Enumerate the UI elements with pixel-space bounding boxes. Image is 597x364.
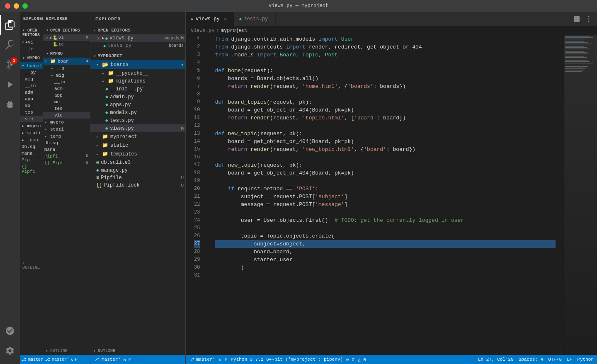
code-editor[interactable]: 12345 678910 1112131415 1617181920 21222…	[186, 35, 597, 355]
more-actions-button[interactable]	[584, 14, 594, 24]
close-icon-2[interactable]: ✕	[46, 35, 49, 40]
close-icon-views-3[interactable]: ✕	[97, 36, 100, 41]
pull-2[interactable]: P	[75, 357, 78, 362]
ln-col-item[interactable]: Ln 27, Col 29	[478, 357, 514, 362]
tree-db-1[interactable]: db.sq	[20, 143, 43, 150]
outline-section-3[interactable]: ▸ OUTLINE	[90, 347, 185, 355]
language-item[interactable]: Python	[577, 357, 594, 362]
pull-3[interactable]: P	[129, 357, 131, 362]
open-editors-header-2[interactable]: ▾ OPEN EDITORS	[43, 26, 90, 34]
eol-item[interactable]: LF	[567, 357, 572, 362]
tree-static-1[interactable]: ▸ stati	[20, 129, 43, 136]
tree-migrations-1[interactable]: mig	[20, 76, 43, 83]
tree-pipfile-lock-2[interactable]: {} Pipfi U	[43, 160, 90, 166]
branch-name-1[interactable]: master*	[28, 357, 43, 362]
git-branch-item[interactable]: ⎇ master*	[189, 357, 215, 362]
open-editor-item-tests-2[interactable]: 🐍 te	[43, 41, 90, 48]
tree-boards-2[interactable]: ▾ 📁 boar ●	[43, 58, 90, 65]
close-icon-1[interactable]: ✕	[22, 40, 24, 45]
tree-views-3[interactable]: ◆ views.py M	[90, 124, 185, 132]
tree-myproject-dir-2[interactable]: ▸mypro	[43, 119, 90, 126]
tree-init-2[interactable]: __in	[43, 79, 90, 85]
tree-migrations-2[interactable]: ▸ mig	[43, 72, 90, 79]
tab-views-py[interactable]: ◆ views.py ✕	[186, 12, 234, 26]
open-editor-tests-1[interactable]: te	[20, 46, 43, 52]
activity-settings[interactable]	[0, 341, 20, 361]
tree-pycache-3[interactable]: ▸ 📁 __pycache__	[90, 69, 185, 77]
pull-item[interactable]: P	[225, 357, 228, 362]
tree-migrations-3[interactable]: ▸ 📁 migrations	[90, 77, 185, 85]
tree-pycache-2[interactable]: ▸ __p	[43, 65, 90, 72]
open-editors-header-1[interactable]: ▾ OPEN EDITORS	[20, 26, 43, 39]
myproject-header-1[interactable]: ▾ MYPRO	[20, 54, 43, 62]
activity-run[interactable]	[0, 75, 20, 95]
tree-tests-3[interactable]: ◆ tests.py	[90, 116, 185, 124]
tree-manage-2[interactable]: mana	[43, 146, 90, 153]
tree-tests-2[interactable]: tes	[43, 105, 90, 112]
outline-2[interactable]: ▸ OUTLINE	[43, 347, 90, 355]
tree-views-2[interactable]: vie	[43, 112, 90, 119]
code-content[interactable]: from django.contrib.auth.models import U…	[206, 35, 564, 355]
open-editor-item-views-2[interactable]: ✕ ● 🐍 vi M	[43, 34, 90, 41]
tree-apps-2[interactable]: app	[43, 92, 90, 99]
tree-pipfile-1[interactable]: Pipfi	[20, 157, 43, 163]
tree-templates-1[interactable]: ▸ temp	[20, 136, 43, 143]
tree-init-3[interactable]: ◆ __init__.py	[90, 85, 185, 93]
tree-static-2[interactable]: ▸stati	[43, 126, 90, 133]
encoding-item[interactable]: UTF-8	[548, 357, 562, 362]
open-editor-views-1[interactable]: ✕ ● vi	[20, 39, 43, 46]
tree-init-1[interactable]: __in	[20, 83, 43, 89]
tab-views-close[interactable]: ✕	[222, 16, 229, 22]
activity-remote[interactable]	[0, 321, 20, 341]
tree-templates-2[interactable]: ▸temp	[43, 133, 90, 140]
activity-explorer[interactable]	[0, 15, 20, 35]
tree-static-3[interactable]: ▸ 📁 static	[90, 141, 185, 150]
warnings-item[interactable]: △ 0	[358, 357, 366, 362]
tree-db-2[interactable]: db.sq	[43, 140, 90, 146]
tree-tests-1[interactable]: tes	[20, 109, 43, 116]
sync-item[interactable]: ↻	[218, 357, 221, 362]
tree-boards-3[interactable]: ▾ 📂 boards ●	[90, 60, 185, 69]
tree-myproject-dir-1[interactable]: ▸ mypro	[20, 122, 43, 129]
sync-2[interactable]: ↻	[71, 357, 73, 362]
tree-templates-3[interactable]: ▸ 📁 templates	[90, 150, 185, 158]
tree-admin-1[interactable]: adm	[20, 89, 43, 96]
tree-pipfile-2[interactable]: Pipfi U	[43, 153, 90, 160]
tree-boards-1[interactable]: ▾ board	[20, 62, 43, 69]
tree-models-3[interactable]: ◆ models.py	[90, 109, 185, 116]
spaces-item[interactable]: Spaces: 4	[519, 357, 543, 362]
activity-extensions[interactable]	[0, 95, 20, 114]
tree-models-2[interactable]: mo	[43, 99, 90, 105]
tree-admin-3[interactable]: ◆ admin.py	[90, 93, 185, 101]
branch-name-3[interactable]: master*	[102, 357, 121, 362]
tab-tests-py[interactable]: ◆ tests.py	[234, 12, 276, 26]
branch-name-2[interactable]: master*	[52, 357, 69, 362]
minimize-button[interactable]	[14, 3, 19, 9]
tree-pipfile-3[interactable]: ≡ Pipfile U	[90, 174, 185, 182]
activity-search[interactable]	[0, 35, 20, 55]
tree-apps-3[interactable]: ◆ apps.py	[90, 101, 185, 109]
breadcrumb-views[interactable]: views.py	[191, 28, 215, 34]
tree-apps-1[interactable]: app	[20, 96, 43, 102]
open-editor-views-3[interactable]: ✕ ● ◆ views.py boards M	[90, 34, 185, 42]
open-editors-section-3[interactable]: ▾ OPEN EDITORS	[90, 26, 185, 34]
sync-3[interactable]: ↻	[123, 357, 126, 362]
tree-models-1[interactable]: mo	[20, 102, 43, 109]
myproject-section-3[interactable]: ▾ MYPROJECT	[90, 52, 185, 60]
tree-pipfile-lock-1[interactable]: {} Pipfi	[20, 163, 43, 175]
myproject-header-2[interactable]: ▾ MYPRO	[43, 49, 90, 58]
tree-myproject-dir-3[interactable]: ▸ 📁 myproject	[90, 132, 185, 141]
tree-pipfile-lock-3[interactable]: {} Pipfile.lock U	[90, 182, 185, 189]
tree-db3-3[interactable]: ◉ db.sqlite3	[90, 158, 185, 166]
tree-manage-1[interactable]: mana	[20, 150, 43, 157]
tree-views-1[interactable]: vie	[20, 116, 43, 122]
python-item[interactable]: Python 3.7.1 64-bit ('myproject': pipenv…	[231, 357, 343, 362]
maximize-button[interactable]	[22, 3, 28, 9]
outline-1[interactable]: ▸ OUTLINE	[20, 259, 43, 272]
close-button[interactable]	[5, 3, 10, 9]
tree-manage-3[interactable]: ◆ manage.py	[90, 166, 185, 174]
errors-item[interactable]: ⊘ 0	[346, 357, 354, 362]
open-editor-tests-3[interactable]: ◆ tests.py boards	[90, 42, 185, 49]
activity-source-control[interactable]: 3	[0, 55, 20, 75]
tree-pycache-1[interactable]: __py	[20, 69, 43, 76]
